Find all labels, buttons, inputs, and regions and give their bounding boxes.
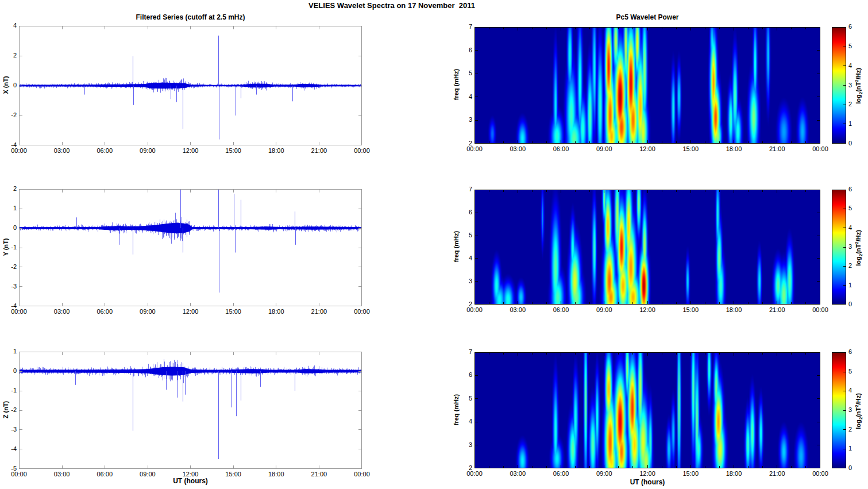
x-axis-tick-label: 18:00 <box>720 306 749 314</box>
x-axis-tick-label: 21:00 <box>304 308 333 315</box>
y-axis-tick-label: -4 <box>0 445 17 453</box>
y-axis-tick-label: 1 <box>0 205 17 212</box>
x-axis-tick-label: 09:00 <box>133 308 162 315</box>
x-axis-tick-label: 06:00 <box>90 147 119 155</box>
x-axis-tick-label: 18:00 <box>262 308 291 315</box>
y-axis-tick-label: 4 <box>454 93 472 101</box>
figure-title: VELIES Wavelet Spectra on 17 November 20… <box>191 1 593 10</box>
x-axis-tick-label: 15:00 <box>219 308 248 315</box>
colorbar-tick-label: 6 <box>848 186 861 193</box>
x-axis-tick-label: 18:00 <box>262 147 291 155</box>
colorbar-tick-label: 1 <box>848 120 861 128</box>
colorbar-tick-label: 0 <box>848 301 861 308</box>
x-axis-tick-label: 21:00 <box>304 147 333 155</box>
x-axis-tick-label: 18:00 <box>262 471 291 478</box>
y-axis-tick-label: 7 <box>454 23 472 30</box>
x-axis-tick-label: 00:00 <box>806 145 835 153</box>
colorbar-tick-label: 5 <box>848 368 861 375</box>
y-axis-tick-label: -4 <box>0 141 17 149</box>
colorbar-tick-label: 5 <box>848 43 861 50</box>
y-axis-tick-label: 1 <box>0 348 17 355</box>
y-axis-tick-label: 2 <box>454 140 472 147</box>
y-axis-tick-label: 5 <box>454 395 472 402</box>
xlabel-right: UT (hours) <box>474 478 820 486</box>
x-axis-tick-label: 03:00 <box>503 145 532 153</box>
y-axis-tick-label: 6 <box>454 209 472 216</box>
y-axis-tick-label: 0 <box>0 224 17 232</box>
spectrogram-y-canvas <box>474 190 820 305</box>
y-axis-tick-label: 4 <box>0 22 17 29</box>
x-axis-tick-label: 12:00 <box>633 470 662 478</box>
x-axis-tick-label: 09:00 <box>590 470 619 478</box>
x-axis-tick-label: 00:00 <box>348 471 376 478</box>
x-axis-tick-label: 00:00 <box>348 308 376 315</box>
x-axis-tick-label: 00:00 <box>348 147 376 155</box>
x-axis-tick-label: 12:00 <box>176 471 205 478</box>
x-axis-tick-label: 18:00 <box>720 470 749 478</box>
colorbar-bottom-canvas <box>832 352 846 468</box>
colorbar-tick-label: 2 <box>848 101 861 108</box>
y-axis-tick-label: -3 <box>0 426 17 433</box>
colorbar-middle-canvas <box>832 190 846 305</box>
y-axis-tick-label: -4 <box>0 302 17 310</box>
y-axis-tick-label: 2 <box>0 52 17 59</box>
colorbar-tick-label: 6 <box>848 23 861 30</box>
left-column-title: Filtered Series (cutoff at 2.5 mHz) <box>19 13 362 21</box>
timeseries-x-canvas <box>19 26 362 145</box>
x-axis-tick-label: 12:00 <box>633 145 662 153</box>
y-axis-tick-label: 6 <box>454 371 472 379</box>
colorbar-tick-label: 0 <box>848 140 861 147</box>
x-axis-tick-label: 09:00 <box>133 471 162 478</box>
x-axis-tick-label: 18:00 <box>720 145 749 153</box>
x-axis-tick-label: 12:00 <box>633 306 662 314</box>
x-axis-tick-label: 12:00 <box>176 308 205 315</box>
y-axis-tick-label: -1 <box>0 387 17 394</box>
x-axis-tick-label: 09:00 <box>590 306 619 314</box>
y-axis-tick-label: 4 <box>454 255 472 262</box>
y-axis-tick-label: 2 <box>454 464 472 472</box>
x-axis-tick-label: 06:00 <box>547 470 576 478</box>
y-axis-tick-label: -2 <box>0 111 17 119</box>
y-axis-tick-label: -2 <box>0 406 17 414</box>
y-axis-tick-label: 7 <box>454 348 472 356</box>
colorbar-tick-label: 4 <box>848 224 861 232</box>
x-axis-tick-label: 21:00 <box>763 470 792 478</box>
timeseries-z-canvas <box>19 352 362 469</box>
x-axis-tick-label: 06:00 <box>547 306 576 314</box>
x-axis-tick-label: 21:00 <box>763 306 792 314</box>
x-axis-tick-label: 06:00 <box>547 145 576 153</box>
y-axis-tick-label: -1 <box>0 244 17 251</box>
timeseries-y-canvas <box>19 189 362 306</box>
colorbar-tick-label: 2 <box>848 426 861 433</box>
x-axis-tick-label: 12:00 <box>176 147 205 155</box>
colorbar-tick-label: 1 <box>848 445 861 452</box>
x-axis-tick-label: 03:00 <box>48 147 76 155</box>
x-axis-tick-label: 15:00 <box>676 145 705 153</box>
colorbar-tick-label: 5 <box>848 205 861 212</box>
spectrogram-x-canvas <box>474 27 820 144</box>
colorbar-top-canvas <box>832 27 846 144</box>
y-axis-tick-label: 5 <box>454 232 472 239</box>
xlabel-left: UT (hours) <box>19 477 362 485</box>
y-axis-tick-label: 4 <box>454 418 472 425</box>
x-axis-tick-label: 03:00 <box>48 308 76 315</box>
colorbar-tick-label: 4 <box>848 62 861 70</box>
y-axis-tick-label: 2 <box>0 185 17 192</box>
colorbar-tick-label: 4 <box>848 387 861 394</box>
colorbar-tick-label: 1 <box>848 282 861 289</box>
y-axis-tick-label: 0 <box>0 82 17 89</box>
y-axis-tick-label: -2 <box>0 263 17 271</box>
y-axis-tick-label: 3 <box>454 278 472 285</box>
y-axis-tick-label: -3 <box>0 283 17 290</box>
x-axis-tick-label: 06:00 <box>90 471 119 478</box>
x-axis-tick-label: 21:00 <box>763 145 792 153</box>
x-axis-tick-label: 21:00 <box>304 471 333 478</box>
colorbar-tick-label: 3 <box>848 406 861 414</box>
y-axis-tick-label: -5 <box>0 465 17 472</box>
x-axis-tick-label: 09:00 <box>590 145 619 153</box>
x-axis-tick-label: 15:00 <box>676 470 705 478</box>
x-axis-tick-label: 03:00 <box>503 470 532 478</box>
x-axis-tick-label: 06:00 <box>90 308 119 315</box>
colorbar-tick-label: 3 <box>848 82 861 89</box>
y-axis-tick-label: 2 <box>454 301 472 308</box>
